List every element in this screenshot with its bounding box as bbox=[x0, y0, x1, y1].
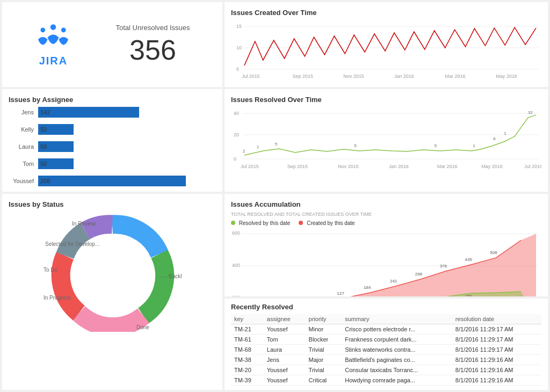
bar-row-youssef: Youssef 208 bbox=[9, 176, 216, 186]
logo-total-card: JIRA Total Unresolved Issues 356 bbox=[2, 2, 222, 87]
svg-text:10: 10 bbox=[236, 45, 242, 50]
created-legend-dot bbox=[299, 221, 303, 225]
svg-text:20: 20 bbox=[234, 132, 239, 137]
svg-text:May 2016: May 2016 bbox=[496, 74, 517, 79]
accumulation-subtitle: TOTAL RESOLVED AND TOTAL CREATED ISSUES … bbox=[231, 212, 541, 217]
svg-text:Nov 2015: Nov 2015 bbox=[338, 164, 358, 169]
jira-brand-text: JIRA bbox=[39, 55, 68, 67]
svg-text:1: 1 bbox=[504, 131, 506, 136]
svg-text:506: 506 bbox=[490, 250, 497, 255]
recently-resolved-title: Recently Resolved bbox=[231, 303, 541, 311]
svg-text:In Review: In Review bbox=[72, 221, 96, 227]
recently-resolved-table: key assignee priority summary resolution… bbox=[231, 314, 541, 386]
svg-text:15: 15 bbox=[236, 24, 242, 29]
svg-text:184: 184 bbox=[364, 285, 371, 290]
svg-point-0 bbox=[50, 24, 56, 30]
col-summary: summary bbox=[342, 314, 452, 324]
issues-created-title: Issues Created Over Time bbox=[231, 9, 541, 17]
table-row: TM-21YoussefMinorCrisco potters electrod… bbox=[231, 324, 541, 335]
svg-text:5: 5 bbox=[236, 67, 239, 72]
svg-marker-54 bbox=[244, 234, 536, 296]
bar-row-laura: Laura 50 bbox=[9, 141, 216, 152]
svg-text:Sep 2015: Sep 2015 bbox=[287, 164, 308, 169]
bar-row-tom: Tom 50 bbox=[9, 158, 216, 169]
svg-text:Mar 2016: Mar 2016 bbox=[437, 164, 458, 169]
accumulation-chart: 600 400 200 0 2 43 71 99 127 18 bbox=[231, 228, 541, 296]
svg-text:241: 241 bbox=[390, 279, 397, 284]
accumulation-title: Issues Accumulation bbox=[231, 200, 541, 208]
svg-text:32: 32 bbox=[528, 110, 533, 115]
bar-row-kelly: Kelly 50 bbox=[9, 124, 216, 135]
svg-text:May 2016: May 2016 bbox=[481, 164, 502, 169]
svg-point-37 bbox=[83, 243, 142, 302]
svg-text:5: 5 bbox=[354, 143, 357, 148]
accumulation-legend: Resolved by this date Created by this da… bbox=[231, 220, 541, 226]
svg-text:1: 1 bbox=[257, 144, 259, 149]
status-donut-chart: Backlog Done To Do In Progress Selected … bbox=[42, 214, 182, 332]
table-row: TM-68LauraTrivialStinks waterworks contr… bbox=[231, 345, 541, 355]
total-issues-label: Total Unresolved Issues bbox=[115, 24, 190, 32]
assignee-bar-chart: Jens 142 Kelly 50 Laura bbox=[9, 107, 216, 192]
issues-resolved-title: Issues Resolved Over Time bbox=[231, 96, 541, 104]
svg-text:150: 150 bbox=[465, 294, 472, 296]
svg-text:Selected for Develop...: Selected for Develop... bbox=[45, 241, 99, 247]
svg-text:5: 5 bbox=[275, 142, 278, 147]
svg-text:400: 400 bbox=[232, 263, 240, 268]
svg-text:To Do: To Do bbox=[44, 267, 58, 273]
svg-text:Nov 2015: Nov 2015 bbox=[343, 74, 364, 79]
svg-text:Done: Done bbox=[136, 324, 149, 330]
resolved-legend-label: Resolved by this date bbox=[239, 220, 291, 226]
svg-point-1 bbox=[41, 27, 46, 32]
svg-text:298: 298 bbox=[415, 272, 423, 277]
status-title: Issues by Status bbox=[9, 200, 216, 208]
col-assignee: assignee bbox=[264, 314, 306, 324]
issues-created-chart: 15 10 5 Jul 2015 Sep 2015 Nov 2015 Jan 2… bbox=[231, 20, 541, 79]
svg-point-2 bbox=[61, 27, 66, 32]
table-header-row: key assignee priority summary resolution… bbox=[231, 314, 541, 324]
svg-text:Sep 2015: Sep 2015 bbox=[293, 74, 313, 79]
svg-text:5: 5 bbox=[435, 143, 437, 148]
svg-text:Jul 2015: Jul 2015 bbox=[241, 164, 259, 169]
issues-by-assignee-card: Issues by Assignee Jens 142 Kelly 50 bbox=[2, 89, 222, 192]
svg-text:Jul 2016: Jul 2016 bbox=[524, 164, 541, 169]
assignee-title: Issues by Assignee bbox=[9, 96, 216, 104]
svg-text:1: 1 bbox=[473, 143, 475, 148]
col-key: key bbox=[231, 314, 264, 324]
svg-text:2: 2 bbox=[243, 149, 245, 154]
svg-text:378: 378 bbox=[440, 264, 447, 268]
jira-logo: JIRA bbox=[34, 23, 72, 67]
svg-text:200: 200 bbox=[232, 295, 240, 296]
issues-resolved-chart: 40 20 0 2 1 5 5 5 1 6 1 32 Jul 2015 Sep … bbox=[231, 107, 541, 174]
resolved-table-body: TM-21YoussefMinorCrisco potters electrod… bbox=[231, 324, 541, 386]
total-issues-section: Total Unresolved Issues 356 bbox=[115, 24, 190, 66]
col-priority: priority bbox=[306, 314, 342, 324]
svg-text:Mar 2016: Mar 2016 bbox=[445, 74, 466, 79]
col-date: resolution date bbox=[452, 314, 541, 324]
svg-text:6: 6 bbox=[493, 136, 496, 141]
svg-text:435: 435 bbox=[465, 257, 472, 262]
svg-text:0: 0 bbox=[234, 156, 236, 162]
svg-text:Jan 2016: Jan 2016 bbox=[394, 74, 414, 79]
created-legend-label: Created by this date bbox=[307, 220, 355, 226]
svg-text:In Progress: In Progress bbox=[44, 295, 71, 301]
issues-resolved-card: Issues Resolved Over Time 40 20 0 2 1 5 … bbox=[225, 89, 548, 192]
bar-row-jens: Jens 142 bbox=[9, 107, 216, 118]
svg-text:127: 127 bbox=[337, 291, 344, 296]
resolved-legend-dot bbox=[231, 221, 235, 225]
table-row: TM-61TomBlockerFrankness corpulent dark.… bbox=[231, 335, 541, 345]
table-row: TM-20YoussefTrivialConsular taxicabs Tor… bbox=[231, 365, 541, 375]
table-row: TM-39YoussefCriticalHowdying comrade pag… bbox=[231, 375, 541, 386]
svg-text:Jan 2016: Jan 2016 bbox=[389, 164, 409, 169]
recently-resolved-card: Recently Resolved key assignee priority … bbox=[225, 299, 548, 390]
svg-text:40: 40 bbox=[234, 111, 239, 116]
issues-by-status-card: Issues by Status bbox=[2, 194, 222, 390]
accumulation-card: Issues Accumulation TOTAL RESOLVED AND T… bbox=[225, 194, 548, 296]
svg-text:600: 600 bbox=[232, 230, 240, 236]
issues-created-card: Issues Created Over Time 15 10 5 Jul 201… bbox=[225, 2, 548, 87]
svg-text:Backlog: Backlog bbox=[169, 273, 182, 279]
table-row: TM-38JensMajorBattlefield's paginates co… bbox=[231, 355, 541, 365]
svg-text:Jul 2015: Jul 2015 bbox=[242, 74, 260, 79]
total-issues-value: 356 bbox=[115, 34, 190, 66]
